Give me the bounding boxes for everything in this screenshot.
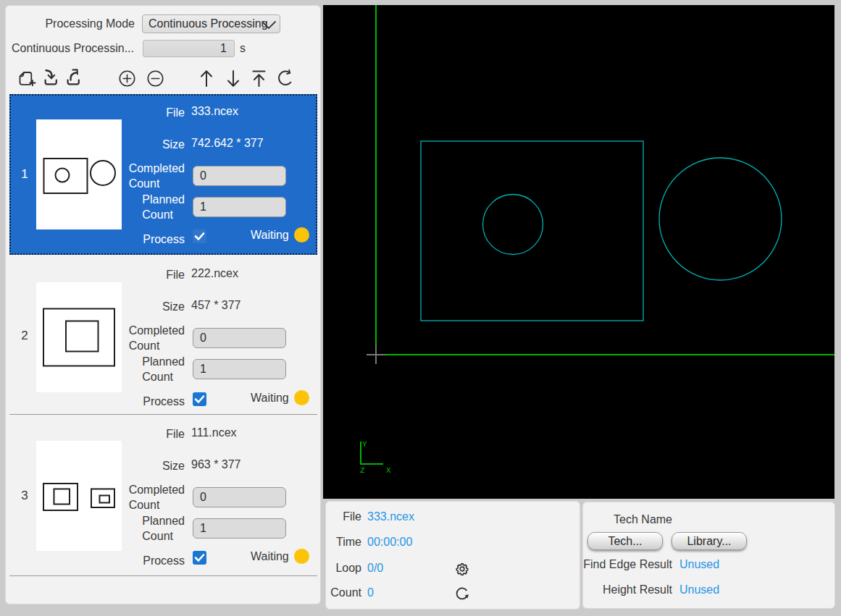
svg-text:X: X: [386, 466, 391, 475]
svg-text:Y: Y: [362, 440, 367, 449]
svg-text:Z: Z: [360, 466, 365, 475]
